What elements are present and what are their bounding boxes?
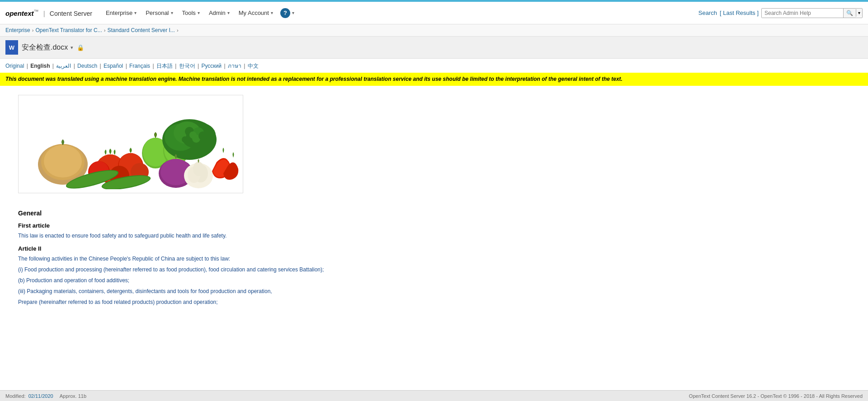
lang-deutsch[interactable]: Deutsch [77,63,97,69]
lang-russian[interactable]: Русский [202,63,222,69]
footer-modified-date[interactable]: 02/11/2020 [28,393,53,399]
doc-content-wrapper: General First article This law is enacte… [0,86,868,401]
breadcrumb-standard[interactable]: Standard Content Server I... [107,27,175,33]
lang-bar: Original | English | العربية | Deutsch |… [0,59,868,73]
lang-espanol[interactable]: Español [104,63,123,69]
doc-word-icon: W [5,40,18,55]
search-area: Search [ Last Results ] 🔍 ▾ [698,8,863,18]
para-article-ii-prepare: Prepare (hereinafter referred to as food… [18,298,850,306]
lang-thai[interactable]: ภาษา [228,63,241,69]
my-account-chevron-icon: ▾ [271,10,273,15]
search-link[interactable]: Search [698,9,717,16]
footer-left: Modified: 02/11/2020 Approx. 11b [5,393,86,399]
subheading-first-article: First article [18,222,850,229]
search-dropdown-button[interactable]: ▾ [856,9,862,17]
enterprise-chevron-icon: ▾ [134,10,137,15]
search-button[interactable]: 🔍 [843,9,856,18]
para-article-ii-iii: (iii) Packaging materials, containers, d… [18,287,850,295]
doc-title-bar: W 安全检查.docx ▾ 🔒 [0,37,868,59]
search-input-wrapper: 🔍 ▾ [761,8,863,18]
breadcrumb: Enterprise › OpenText Translator for C..… [0,24,868,37]
lang-english: English [30,63,50,69]
lang-chinese[interactable]: 中文 [248,63,259,69]
nav-help[interactable]: ? ▾ [278,2,297,24]
nav-tools[interactable]: Tools ▾ [178,2,204,24]
lang-francais[interactable]: Français [129,63,150,69]
svg-point-3 [44,145,82,177]
breadcrumb-sep-3: › [177,28,179,33]
lang-original[interactable]: Original [5,63,24,69]
doc-title-dropdown-icon[interactable]: ▾ [71,45,73,51]
search-input[interactable] [762,9,843,18]
last-results-link[interactable]: [ Last Results ] [720,9,759,16]
breadcrumb-sep-2: › [104,28,106,33]
veg-image [22,99,239,189]
footer-modified-label: Modified: [5,393,26,399]
admin-chevron-icon: ▾ [227,10,230,15]
nav-enterprise[interactable]: Enterprise ▾ [101,2,141,24]
para-article-ii-intro: The following activities in the Chinese … [18,255,850,263]
section-general: General [18,210,850,217]
veg-image-container [18,95,243,193]
personal-chevron-icon: ▾ [171,10,173,15]
footer: Modified: 02/11/2020 Approx. 11b OpenTex… [0,390,868,401]
footer-right: OpenText Content Server 16.2 - OpenText … [689,393,863,399]
main-nav: Enterprise ▾ Personal ▾ Tools ▾ Admin ▾ … [101,2,698,24]
para-article-ii-b: (b) Production and operation of food add… [18,276,850,284]
lang-korean[interactable]: 한국어 [179,63,195,69]
svg-point-26 [189,131,197,139]
translation-warning: This document was translated using a mac… [0,73,868,86]
svg-point-27 [198,131,208,140]
nav-personal[interactable]: Personal ▾ [141,2,177,24]
doc-title: 安全检查.docx [22,43,68,52]
tools-chevron-icon: ▾ [198,10,200,15]
nav-admin[interactable]: Admin ▾ [204,2,234,24]
svg-point-37 [193,162,204,176]
subheading-article-ii: Article II [18,245,850,252]
doc-content[interactable]: General First article This law is enacte… [0,86,868,401]
lang-japanese[interactable]: 日本語 [156,63,173,69]
logo-separator: | [43,9,45,17]
app-name: Content Server [50,10,92,17]
footer-size: Approx. 11b [60,393,86,399]
para-article-ii-i: (i) Food production and processing (here… [18,266,850,274]
header: opentext™ | Content Server Enterprise ▾ … [0,2,868,24]
logo-text: opentext™ | Content Server [5,9,92,17]
logo: opentext™ | Content Server [5,9,92,17]
breadcrumb-sep-1: › [32,28,34,33]
nav-my-account[interactable]: My Account ▾ [234,2,278,24]
doc-sections: General First article This law is enacte… [18,210,850,306]
help-circle-icon[interactable]: ? [280,8,290,18]
help-chevron-icon: ▾ [292,10,294,15]
breadcrumb-enterprise[interactable]: Enterprise [5,27,30,33]
breadcrumb-translator[interactable]: OpenText Translator for C... [35,27,102,33]
svg-point-25 [182,136,188,143]
para-first-article: This law is enacted to ensure food safet… [18,232,850,240]
lang-arabic[interactable]: العربية [56,63,71,69]
doc-lock-icon: 🔒 [77,44,84,51]
